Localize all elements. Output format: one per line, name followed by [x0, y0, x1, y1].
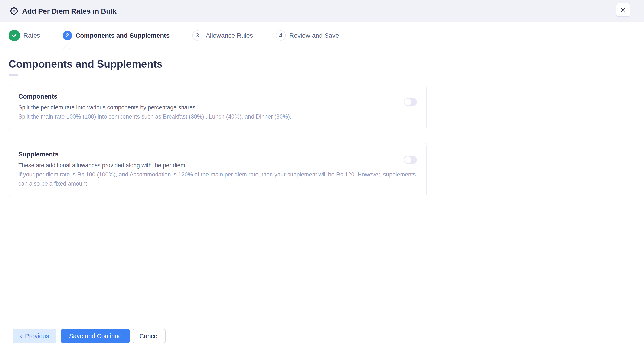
page-title: Components and Supplements	[8, 58, 644, 70]
supplements-card-description: These are additional allowances provided…	[18, 161, 417, 170]
step-label: Review and Save	[289, 32, 339, 39]
modal-header: Add Per Diem Rates in Bulk	[0, 0, 644, 22]
step-label: Rates	[24, 32, 40, 39]
supplements-card: Supplements These are additional allowan…	[8, 143, 427, 197]
step-completed-check-icon	[8, 30, 20, 41]
supplements-card-example: If your per diem rate is Rs.100 (100%), …	[18, 170, 417, 188]
chevron-left-icon: ‹	[20, 333, 22, 340]
close-icon	[620, 6, 626, 13]
step-label: Components and Supplements	[76, 32, 170, 39]
step-components-and-supplements[interactable]: 2 Components and Supplements	[63, 31, 170, 40]
step-review-and-save[interactable]: 4 Review and Save	[276, 30, 339, 41]
components-card: Components Split the per diem rate into …	[8, 85, 427, 130]
components-card-example: Split the main rate 100% (100) into comp…	[18, 112, 417, 121]
gear-icon	[10, 7, 18, 15]
wizard-stepper: Rates 2 Components and Supplements 3 All…	[0, 22, 644, 49]
step-rates[interactable]: Rates	[8, 30, 40, 41]
modal-title: Add Per Diem Rates in Bulk	[22, 7, 116, 15]
toggle-knob	[404, 156, 411, 163]
close-button[interactable]	[616, 3, 630, 17]
step-label: Allowance Rules	[206, 32, 253, 39]
components-card-description: Split the per diem rate into various com…	[18, 103, 417, 112]
supplements-toggle[interactable]	[404, 156, 417, 164]
step-allowance-rules[interactable]: 3 Allowance Rules	[192, 30, 253, 41]
toggle-knob	[404, 98, 411, 105]
step-number: 4	[276, 30, 286, 41]
previous-button-label: Previous	[25, 333, 49, 340]
save-and-continue-button[interactable]: Save and Continue	[61, 329, 130, 343]
previous-button[interactable]: ‹ Previous	[13, 329, 56, 343]
supplements-card-title: Supplements	[18, 151, 417, 158]
main-content: Components and Supplements Components Sp…	[0, 49, 644, 323]
step-number: 3	[192, 30, 202, 41]
components-card-title: Components	[18, 93, 417, 100]
heading-underline	[9, 74, 18, 76]
cancel-button[interactable]: Cancel	[133, 329, 166, 343]
components-toggle[interactable]	[404, 98, 417, 106]
modal-footer: ‹ Previous Save and Continue Cancel	[0, 323, 644, 349]
step-number: 2	[63, 31, 72, 40]
